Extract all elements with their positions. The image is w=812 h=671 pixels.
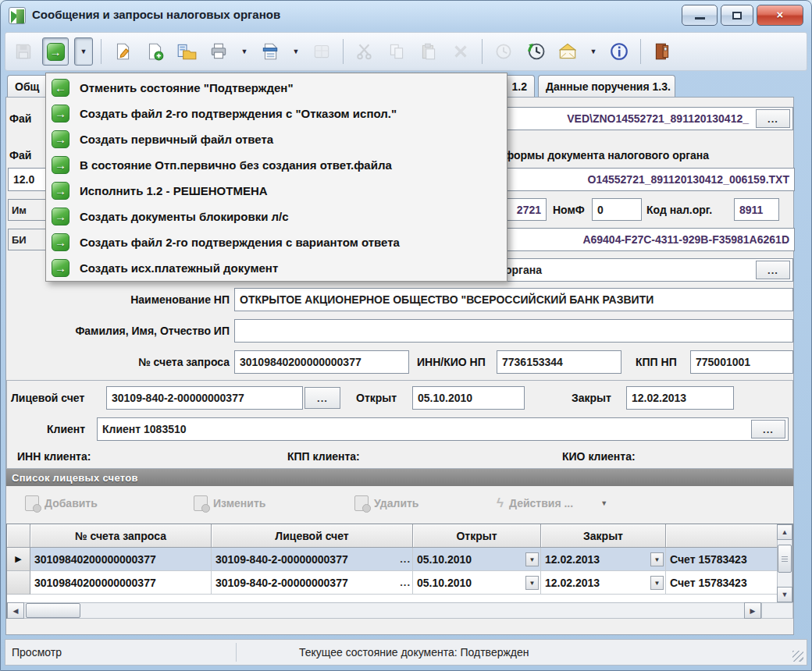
mail-button[interactable]	[554, 37, 581, 66]
fio-ip-field[interactable]	[234, 319, 793, 343]
table-row[interactable]: 12.02.2013 ▼	[541, 548, 666, 571]
bik-button[interactable]: БИ	[8, 229, 48, 250]
add-button-label: Добавить	[45, 497, 98, 509]
exit-button[interactable]	[649, 37, 675, 66]
np-name-value: ОТКРЫТОЕ АКЦИОНЕРНОЕ ОБЩЕСТВО "ВСЕРОССИЙ…	[240, 293, 654, 306]
maximize-icon	[732, 12, 742, 20]
export-dropdown[interactable]: ▼	[289, 37, 303, 66]
table-row[interactable]: 30109-840-2-00000000377 ...	[212, 548, 413, 571]
date-field[interactable]: 12.0	[8, 168, 48, 191]
file-label: Фай	[9, 112, 31, 125]
menu-item-execute-12[interactable]: Исполнить 1.2 - РЕШЕНОТМЕНА	[46, 178, 507, 204]
tab-data-13[interactable]: Данные поручения 1.3.	[538, 75, 675, 98]
history-button[interactable]	[522, 37, 549, 66]
change-state-button[interactable]	[42, 37, 69, 66]
table-row[interactable]: 12.02.2013 ▼	[541, 571, 666, 595]
vertical-scroll-thumb[interactable]	[778, 545, 792, 573]
delete-button[interactable]	[447, 37, 474, 66]
clock-button[interactable]	[490, 37, 517, 66]
copy-button[interactable]	[383, 37, 410, 66]
table-row[interactable]: 30109840200000000377	[30, 548, 212, 571]
open-button[interactable]	[173, 37, 200, 66]
tab-label: Общ	[15, 80, 39, 93]
horizontal-scrollbar[interactable]	[7, 602, 761, 619]
new-document-button[interactable]	[141, 37, 168, 66]
paste-button[interactable]	[415, 37, 442, 66]
personal-account-field[interactable]: 30109-840-2-00000000377	[106, 386, 303, 410]
np-name-field[interactable]: ОТКРЫТОЕ АКЦИОНЕРНОЕ ОБЩЕСТВО "ВСЕРОССИЙ…	[234, 288, 793, 311]
opened-field[interactable]: 05.10.2010	[412, 386, 525, 410]
tax-organ-browse-button[interactable]: ...	[756, 261, 790, 279]
scroll-left-button[interactable]: ◀	[7, 602, 24, 619]
actions-button[interactable]: ϟ Действия ... ▼	[497, 495, 607, 511]
personal-account-browse-button[interactable]: ...	[304, 387, 340, 409]
col-header-request-account[interactable]: № счета запроса	[30, 524, 212, 548]
export-button[interactable]	[257, 37, 283, 66]
menu-item-create-primary-answer[interactable]: Создать первичный файл ответа	[46, 126, 507, 152]
closed-field[interactable]: 12.02.2013	[626, 386, 734, 410]
table-row[interactable]: 05.10.2010 ▼	[413, 548, 541, 571]
file-browse-button[interactable]: ...	[756, 109, 790, 128]
name-button[interactable]: Им	[8, 199, 48, 221]
np-name-label: Наименование НП	[6, 293, 230, 306]
new-document-icon	[144, 41, 165, 62]
tax-org-code-field[interactable]: 8911	[734, 198, 779, 221]
file-form-label: формы документа налогового органа	[504, 149, 709, 162]
menu-item-create-block-documents[interactable]: Создать документы блокировки л/с	[46, 204, 507, 229]
change-state-dropdown[interactable]: ▼	[74, 37, 93, 66]
table-row[interactable]: 30109840200000000377	[30, 571, 212, 595]
col-header-personal-account[interactable]: Лицевой счет	[212, 524, 413, 548]
edit-document-button[interactable]	[109, 37, 136, 66]
close-button[interactable]: ×	[757, 5, 803, 26]
scroll-down-button[interactable]: ▼	[777, 587, 792, 602]
cell-dropdown-icon[interactable]: ▼	[650, 576, 664, 590]
table-row[interactable]: Счет 15783423	[666, 548, 778, 571]
file-path-value: VED\ZNO14552721_891120130412_	[567, 112, 749, 125]
inactive-button[interactable]	[308, 37, 335, 66]
date-value: 12.0	[13, 173, 34, 186]
table-row[interactable]: Счет 15783423	[666, 571, 778, 595]
cut-button[interactable]	[351, 37, 378, 66]
menu-item-create-2nd-confirm-refusal[interactable]: Создать файл 2-го подтверждения с "Отказ…	[46, 101, 507, 126]
info-button[interactable]	[606, 37, 632, 66]
add-button[interactable]: Добавить	[25, 495, 98, 511]
cell-dropdown-icon[interactable]: ▼	[525, 576, 539, 590]
scroll-up-button[interactable]: ▲	[777, 524, 792, 540]
menu-item-create-2nd-confirm-variant[interactable]: Создать файл 2-го подтверждения с вариан…	[46, 229, 507, 255]
row-marker[interactable]: ▶	[7, 548, 30, 571]
inn-kio-field[interactable]: 7736153344	[497, 350, 621, 374]
cell-dropdown-icon[interactable]: ▼	[525, 552, 539, 566]
delete-row-button[interactable]: Удалить	[354, 495, 418, 511]
resize-grip[interactable]	[792, 651, 803, 662]
maximize-button[interactable]	[721, 5, 753, 26]
col-header-closed[interactable]: Закрыт	[541, 524, 666, 548]
menu-item-state-sent-primary[interactable]: В состояние Отп.первично без создания от…	[46, 152, 507, 178]
actions-button-label: Действия ...	[509, 497, 573, 509]
cell-browse-button[interactable]: ...	[400, 553, 411, 565]
print-dropdown[interactable]: ▼	[237, 37, 251, 66]
menu-item-create-outgoing-payment[interactable]: Создать исх.платежный документ	[46, 255, 507, 281]
row-marker[interactable]	[7, 571, 30, 595]
client-browse-button[interactable]: ...	[751, 420, 785, 438]
request-account-field[interactable]: 30109840200000000377	[234, 350, 409, 374]
cell-dropdown-icon[interactable]: ▼	[650, 552, 664, 566]
scroll-right-button[interactable]: ▶	[744, 602, 761, 619]
print-button[interactable]	[205, 37, 232, 66]
minimize-icon	[695, 17, 705, 20]
mail-dropdown[interactable]: ▼	[586, 37, 600, 66]
kpp-field[interactable]: 775001001	[690, 350, 793, 374]
table-row[interactable]: 05.10.2010 ▼	[413, 571, 541, 595]
col-header-extra[interactable]	[666, 524, 778, 548]
file-name-value: O14552721_891120130412_006159.TXT	[588, 173, 789, 186]
edit-button[interactable]: Изменить	[194, 495, 265, 511]
menu-item-cancel-state[interactable]: Отменить состояние "Подтвержден"	[46, 75, 507, 101]
minimize-button[interactable]	[682, 5, 718, 26]
client-field[interactable]: Клиент 1083510 ...	[97, 417, 789, 441]
nomf-field[interactable]: 0	[592, 198, 642, 221]
horizontal-scroll-thumb[interactable]	[26, 603, 80, 618]
save-button[interactable]	[10, 37, 37, 66]
cell-browse-button[interactable]: ...	[400, 577, 411, 588]
cell-value: 05.10.2010	[417, 553, 472, 566]
col-header-opened[interactable]: Открыт	[413, 524, 541, 548]
table-row[interactable]: 30109-840-2-00000000377 ...	[212, 571, 413, 595]
